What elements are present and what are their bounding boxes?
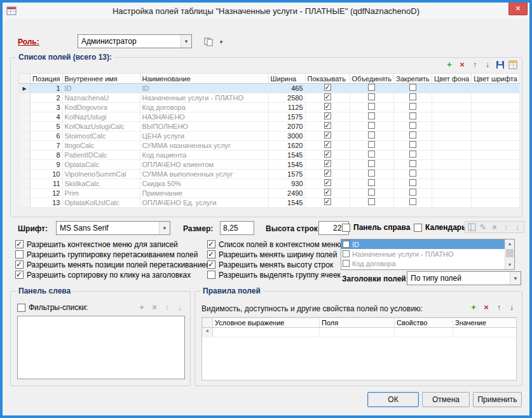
pin-cell[interactable]: [394, 198, 432, 208]
value-cell[interactable]: [453, 328, 517, 337]
merge-cell[interactable]: [350, 122, 394, 131]
pin-checkbox[interactable]: [409, 131, 416, 138]
merge-cell[interactable]: [350, 160, 394, 170]
position-cell[interactable]: 13: [31, 198, 63, 208]
ok-button[interactable]: ОК: [367, 392, 419, 407]
pin-checkbox[interactable]: [409, 151, 416, 158]
show-checkbox[interactable]: [324, 189, 331, 196]
role-combobox[interactable]: Администратор ▾: [78, 34, 192, 48]
merge-checkbox[interactable]: [368, 179, 375, 186]
bg-color-cell[interactable]: [432, 179, 472, 189]
delete-rule-icon[interactable]: ×: [481, 302, 491, 312]
col-font-color[interactable]: Цвет шрифта: [472, 74, 520, 84]
merge-cell[interactable]: [350, 179, 394, 189]
width-cell[interactable]: 1575: [268, 170, 305, 179]
show-cell[interactable]: [305, 122, 350, 131]
show-checkbox[interactable]: [324, 141, 331, 148]
scrollbar-thumb[interactable]: [506, 249, 514, 257]
pin-cell[interactable]: [394, 151, 432, 160]
field-row[interactable]: 5KolOkazUslugiCalcВЫПОЛНЕНО2070: [19, 122, 520, 131]
position-cell[interactable]: 9: [31, 160, 63, 170]
filter-lists-checkbox-row[interactable]: Фильтры-списки:: [17, 303, 88, 312]
pin-cell[interactable]: [394, 131, 432, 141]
merge-cell[interactable]: [350, 93, 394, 103]
caption-cell[interactable]: ВЫПОЛНЕНО: [140, 122, 268, 131]
merge-cell[interactable]: [350, 151, 394, 160]
option-checkbox-row[interactable]: Разрешить сортировку по клику на заголов…: [15, 271, 211, 279]
caption-cell[interactable]: Код пациента: [140, 151, 268, 160]
font-color-cell[interactable]: [472, 93, 520, 103]
merge-checkbox[interactable]: [368, 170, 375, 177]
fields-list-item[interactable]: ID: [341, 239, 505, 249]
bg-color-cell[interactable]: [432, 170, 472, 179]
pin-cell[interactable]: [394, 84, 432, 93]
copy-icon[interactable]: [202, 37, 215, 47]
width-cell[interactable]: 2490: [268, 189, 305, 198]
option-checkbox[interactable]: [15, 240, 24, 248]
width-cell[interactable]: 930: [268, 179, 305, 189]
rules-grid-container[interactable]: Условное выражение Поля Свойство Значени…: [201, 317, 517, 381]
font-color-cell[interactable]: [472, 189, 520, 198]
show-cell[interactable]: [305, 198, 350, 208]
add-field-icon[interactable]: +: [444, 60, 454, 69]
position-cell[interactable]: 1: [31, 84, 63, 93]
caption-cell[interactable]: Примечание: [140, 189, 268, 198]
caption-cell[interactable]: ЦЕНА услуги: [140, 131, 268, 141]
position-cell[interactable]: 11: [31, 179, 63, 189]
width-cell[interactable]: 2580: [268, 93, 305, 103]
font-color-cell[interactable]: [472, 84, 520, 93]
field-row[interactable]: 7ItogoCalcСУММА назначенных услуг1620: [19, 141, 520, 151]
pin-checkbox[interactable]: [409, 84, 416, 91]
width-cell[interactable]: 2070: [268, 122, 305, 131]
position-cell[interactable]: 8: [31, 151, 63, 160]
pin-cell[interactable]: [394, 160, 432, 170]
font-color-cell[interactable]: [472, 151, 520, 160]
caption-cell[interactable]: ОПЛАЧЕНО Ед. услуги: [140, 198, 268, 208]
bg-color-cell[interactable]: [432, 160, 472, 170]
merge-cell[interactable]: [350, 189, 394, 198]
bg-color-cell[interactable]: [432, 141, 472, 151]
option-checkbox[interactable]: [207, 250, 215, 259]
show-checkbox[interactable]: [324, 151, 331, 158]
move-up-icon[interactable]: ↑: [162, 302, 172, 312]
property-cell[interactable]: [395, 328, 453, 337]
caption-cell[interactable]: ID: [140, 84, 268, 93]
show-cell[interactable]: [305, 189, 350, 198]
caption-cell[interactable]: ОПЛАЧЕНО клиентом: [140, 160, 268, 170]
font-color-cell[interactable]: [472, 122, 520, 131]
add-icon[interactable]: +: [137, 302, 147, 312]
move-down-icon[interactable]: ↓: [482, 60, 493, 69]
merge-checkbox[interactable]: [368, 141, 375, 148]
width-cell[interactable]: 1545: [268, 198, 305, 208]
pin-cell[interactable]: [394, 93, 432, 103]
merge-checkbox[interactable]: [368, 189, 375, 196]
field-row[interactable]: 8PatientIDCalcКод пациента1545: [19, 151, 520, 160]
position-cell[interactable]: 7: [31, 141, 63, 151]
right-panel-checkbox[interactable]: [342, 224, 350, 232]
font-color-cell[interactable]: [472, 170, 520, 179]
merge-cell[interactable]: [350, 84, 394, 93]
width-cell[interactable]: 1575: [268, 112, 305, 122]
show-checkbox[interactable]: [324, 160, 331, 167]
col-fields[interactable]: Поля: [320, 318, 395, 328]
merge-checkbox[interactable]: [368, 198, 375, 205]
col-caption[interactable]: Наименование: [140, 74, 268, 84]
position-cell[interactable]: 4: [31, 112, 63, 122]
apply-button[interactable]: Применить: [473, 392, 522, 407]
bg-color-cell[interactable]: [432, 189, 472, 198]
option-checkbox-row[interactable]: Список полей в контекстном меню: [207, 240, 341, 248]
bg-color-cell[interactable]: [432, 122, 472, 131]
merge-cell[interactable]: [350, 112, 394, 122]
field-row[interactable]: 2NaznachenaUНазначенные услуги - ПЛАТНО2…: [19, 93, 520, 103]
internal-name-cell[interactable]: OplataCalc: [62, 160, 140, 170]
merge-checkbox[interactable]: [368, 112, 375, 119]
option-checkbox[interactable]: [207, 240, 215, 248]
cancel-button[interactable]: Отмена: [422, 392, 470, 407]
pin-checkbox[interactable]: [409, 112, 416, 119]
pin-cell[interactable]: [394, 170, 432, 179]
copy-dropdown-icon[interactable]: ▾: [217, 37, 225, 47]
option-checkbox[interactable]: [207, 260, 215, 269]
col-property[interactable]: Свойство: [395, 318, 453, 328]
field-row[interactable]: 4KolNazUslugiНАЗНАЧЕНО1575: [19, 112, 520, 122]
caption-cell[interactable]: Код договора: [140, 103, 268, 112]
